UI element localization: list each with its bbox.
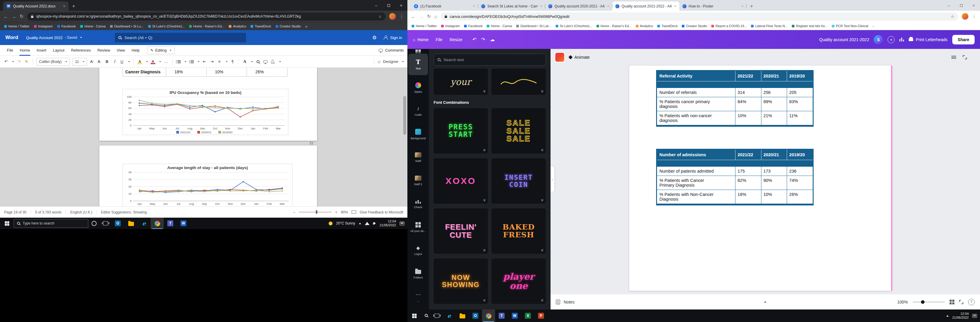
table-header-cell[interactable]: 2019/20 xyxy=(787,150,813,160)
taskbar-app-edge[interactable]: e xyxy=(137,218,151,229)
table-cell[interactable]: 10% xyxy=(761,190,787,204)
paragraph-marks-button[interactable] xyxy=(230,59,235,64)
document-title[interactable]: Quality Account 2022 - Saved xyxy=(26,35,82,40)
bookmark-item[interactable]: Analytics xyxy=(229,24,246,28)
format-painter-button[interactable] xyxy=(24,59,29,64)
browser-tab[interactable]: f(1) Facebook xyxy=(411,2,478,11)
tab-close-icon[interactable] xyxy=(607,4,609,8)
bookmark-item[interactable]: St Luke's (Cheshire)... xyxy=(555,24,592,28)
close-button[interactable] xyxy=(395,0,407,11)
grid-view-icon[interactable] xyxy=(950,300,955,305)
clock[interactable]: 12:04 21/06/2022 xyxy=(952,312,969,320)
zoom-in-button[interactable] xyxy=(335,210,337,214)
bookmark-star-icon[interactable] xyxy=(951,14,955,19)
taskbar-app-excel[interactable]: X xyxy=(521,309,535,322)
table-header-cell[interactable]: 2020/21 xyxy=(761,150,787,160)
forward-icon[interactable] xyxy=(419,14,423,19)
bookmark-item[interactable]: PCR Test Non-Clinical xyxy=(832,24,869,28)
profile-avatar[interactable] xyxy=(962,13,968,20)
font-combination-card[interactable]: NOWSHOWING xyxy=(434,259,488,304)
browser-tab[interactable]: Quality Account 2022.docx xyxy=(3,2,68,11)
font-combination-card[interactable]: SALESALESALE xyxy=(492,108,546,154)
more-font-options-button[interactable] xyxy=(164,59,169,64)
undo-button[interactable] xyxy=(3,59,8,64)
tab-close-icon[interactable] xyxy=(473,4,475,8)
menu-tab-home[interactable]: Home xyxy=(16,45,33,56)
add-member-icon[interactable] xyxy=(888,36,895,43)
table-cell[interactable]: 84% xyxy=(735,97,761,111)
volume-icon[interactable] xyxy=(373,222,375,225)
bookmark-item[interactable]: TweetDeck xyxy=(657,24,678,28)
maximize-button[interactable] xyxy=(382,0,395,11)
tab-close-icon[interactable] xyxy=(63,4,65,8)
table-cell[interactable]: 256 xyxy=(761,88,787,97)
bookmark-item[interactable]: Home - Canva xyxy=(487,24,512,28)
new-comment-icon[interactable] xyxy=(263,60,267,63)
bullets-button[interactable] xyxy=(176,60,181,63)
taskbar-app-chrome[interactable] xyxy=(482,309,495,322)
highlight-button[interactable] xyxy=(137,59,142,64)
notification-center-icon[interactable] xyxy=(972,314,977,318)
bookmark-item[interactable]: Dashboard • St Luk... xyxy=(516,24,551,28)
sidebar-item-charts[interactable]: Charts xyxy=(408,193,428,215)
sidebar-item-staff-2[interactable]: Staff 2 xyxy=(408,170,428,191)
table-header-cell[interactable]: 2020/21 xyxy=(761,71,787,81)
bookmark-item[interactable]: Home / Twitter xyxy=(412,24,437,28)
taskbar-app-chrome[interactable] xyxy=(151,218,164,229)
sidebar-item-folders[interactable]: Folders xyxy=(408,263,428,284)
table-cell[interactable]: 11% xyxy=(787,111,813,125)
taskbar-app-outlook[interactable]: O xyxy=(111,218,124,229)
bookmarks-overflow-icon[interactable] xyxy=(305,24,307,29)
table-cell[interactable]: % Patients with non-cancer diagnosis xyxy=(657,111,735,125)
settings-gear-icon[interactable] xyxy=(372,35,377,41)
bold-button[interactable] xyxy=(105,59,110,64)
menu-tab-help[interactable]: Help xyxy=(128,45,143,56)
designer-button[interactable]: Designer xyxy=(383,59,398,64)
browser-tab[interactable]: Quality account 2020-2021 - A4 xyxy=(545,2,612,11)
user-avatar[interactable]: S xyxy=(874,35,883,44)
browser-tab[interactable]: Search St Lukes at home - Canva xyxy=(478,2,545,11)
notification-center-icon[interactable] xyxy=(399,222,404,225)
word-logo[interactable]: Word xyxy=(5,35,18,41)
address-bar[interactable]: canva.com/design/DAFEOEGb3oQ/AxytSdTnWvn… xyxy=(441,13,958,21)
font-combination-card[interactable]: playerone xyxy=(492,259,546,304)
sidebar-item-partial[interactable] xyxy=(408,49,428,53)
font-combination-card[interactable]: XOXO xyxy=(434,158,488,204)
home-button[interactable]: Home xyxy=(413,37,429,42)
zoom-level[interactable]: 100% xyxy=(897,300,908,305)
browser-tab[interactable]: How to - Poster xyxy=(679,2,746,11)
minimize-button[interactable] xyxy=(942,0,955,11)
adjust-icon[interactable] xyxy=(951,56,956,59)
new-tab-button[interactable] xyxy=(746,3,757,11)
bookmark-star-icon[interactable] xyxy=(379,14,382,19)
table-cell[interactable]: 74% xyxy=(787,176,813,190)
table-cell[interactable]: 236 xyxy=(787,167,813,176)
design-page[interactable]: Referral Activity2021/222020/212019/20Nu… xyxy=(629,66,892,291)
table-header-cell[interactable]: 2019/20 xyxy=(787,71,813,81)
background-color-swatch[interactable] xyxy=(555,53,564,62)
grow-font-button[interactable] xyxy=(90,59,95,64)
table-cell[interactable]: % Patients with Non-Cancer Diagnosis xyxy=(657,190,735,204)
taskbar-app-teams[interactable]: T xyxy=(495,309,508,322)
bookmark-item[interactable]: Instagram xyxy=(34,24,53,28)
dictate-icon[interactable] xyxy=(272,60,274,63)
taskbar-app-word[interactable]: W xyxy=(508,309,521,322)
alignment-button[interactable] xyxy=(217,59,222,64)
bookmark-item[interactable]: Dashboard • St Lu... xyxy=(110,24,144,28)
new-tab-button[interactable] xyxy=(68,3,79,11)
tab-close-icon[interactable] xyxy=(674,4,676,8)
notes-button[interactable]: Notes xyxy=(564,300,575,305)
increase-indent-button[interactable] xyxy=(210,59,215,64)
bookmark-item[interactable]: Analytics xyxy=(636,24,653,28)
status-item[interactable]: English (U.K.) xyxy=(70,210,92,214)
panel-collapse-handle[interactable] xyxy=(550,167,554,192)
table-header-cell[interactable]: Number of admissions xyxy=(657,150,735,160)
close-button[interactable] xyxy=(967,0,980,11)
bookmark-item[interactable]: Facebook xyxy=(464,24,482,28)
decrease-indent-button[interactable] xyxy=(202,59,207,64)
table-cell[interactable]: 21% xyxy=(761,111,787,125)
table-header-cell[interactable]: 2021/22 xyxy=(735,150,761,160)
bookmark-item[interactable]: Home / Twitter xyxy=(4,24,30,28)
italic-button[interactable] xyxy=(112,59,117,64)
expand-icon[interactable] xyxy=(963,55,967,59)
